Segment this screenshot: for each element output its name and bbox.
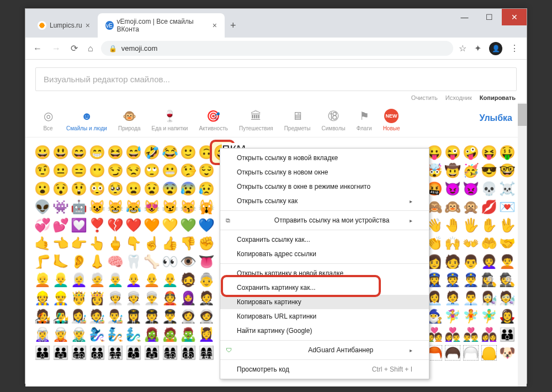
emoji-cell[interactable]: 🧚	[461, 307, 480, 325]
emoji-cell[interactable]: 👱	[33, 271, 51, 289]
cat-nature[interactable]: 🐵Природа	[113, 109, 146, 131]
emoji-cell[interactable]: 👨‍👨‍👧‍👦	[70, 343, 88, 362]
emoji-cell[interactable]: 👩‍👩‍👦	[124, 343, 142, 362]
emoji-cell[interactable]: ✋	[480, 216, 498, 234]
copy-link[interactable]: Копировать	[480, 94, 516, 101]
emoji-cell[interactable]: 👁️	[179, 252, 197, 271]
emoji-cell[interactable]: 👨‍✈️	[161, 307, 179, 325]
emoji-cell[interactable]: 💋	[480, 198, 498, 216]
emoji-cell[interactable]: 🤪	[461, 143, 480, 161]
emoji-cell[interactable]: 🧞	[106, 325, 124, 343]
emoji-cell[interactable]: 🦴	[142, 252, 161, 271]
emoji-cell[interactable]: 👩‍🎨	[70, 307, 88, 325]
emoji-cell[interactable]: 🧞‍♂️	[124, 325, 142, 343]
emoji-cell[interactable]: 👨‍👨‍👧‍👧	[106, 343, 124, 362]
cat-activity[interactable]: 🎯Активность	[193, 109, 233, 131]
emoji-cell[interactable]: 🧑‍🎤	[33, 307, 51, 325]
ctx-save-image-as[interactable]: Сохранить картинку как...	[220, 280, 429, 295]
ctx-open-as[interactable]: Открыть ссылку как	[220, 194, 429, 208]
back-icon[interactable]: ←	[31, 41, 44, 56]
emoji-cell[interactable]: 👍	[161, 234, 179, 252]
bookmark-icon[interactable]: ☆	[459, 43, 466, 54]
emoji-cell[interactable]: 🧝	[51, 325, 70, 343]
emoji-cell[interactable]: 🧝‍♂️	[70, 325, 88, 343]
emoji-cell[interactable]: 😏	[106, 161, 124, 179]
emoji-cell[interactable]: 🧑‍✈️	[142, 307, 161, 325]
emoji-cell[interactable]: 👽	[33, 198, 51, 216]
emoji-cell[interactable]: 👸	[88, 289, 106, 307]
emoji-cell[interactable]: 🧠	[106, 252, 124, 271]
emoji-cell[interactable]: 🤣	[142, 143, 161, 161]
emoji-cell[interactable]: 🥳	[461, 161, 480, 179]
emoji-cell[interactable]: ☠️	[498, 179, 516, 198]
emoji-cell[interactable]: 🐶	[498, 343, 516, 362]
ctx-copy-link-address[interactable]: Копировать адрес ссылки	[220, 247, 429, 261]
emoji-cell[interactable]: 🙌	[443, 234, 461, 252]
ctx-open-new-tab[interactable]: Открыть ссылку в новой вкладке	[220, 151, 429, 165]
emoji-cell[interactable]: ✊	[197, 234, 215, 252]
forward-icon[interactable]: →	[50, 41, 63, 56]
ctx-copy-image-url[interactable]: Копировать URL картинки	[220, 309, 429, 324]
emoji-cell[interactable]: 👨‍🦲	[161, 271, 179, 289]
emoji-cell[interactable]: 😬	[161, 161, 179, 179]
emoji-cell[interactable]: 🧑‍🦳	[88, 271, 106, 289]
emoji-cell[interactable]: 💆‍♀️	[197, 325, 215, 343]
emoji-cell[interactable]: 😳	[88, 179, 106, 198]
emoji-cell[interactable]: 🧔	[179, 271, 197, 289]
emoji-cell[interactable]: 👮	[443, 271, 461, 289]
profile-avatar[interactable]: 👤	[489, 42, 502, 55]
maximize-button[interactable]: ☐	[477, 9, 502, 25]
emoji-cell[interactable]: 👨‍💼	[461, 289, 480, 307]
emoji-cell[interactable]: 🧟‍♂️	[179, 325, 197, 343]
emoji-cell[interactable]: 👆	[88, 234, 106, 252]
emoji-cell[interactable]: 🦱	[443, 343, 461, 362]
emoji-cell[interactable]: 🙂	[179, 143, 197, 161]
new-tab-button[interactable]: +	[225, 20, 242, 31]
emoji-cell[interactable]: 🤵	[197, 289, 215, 307]
emoji-cell[interactable]: 🤨	[33, 161, 51, 179]
ctx-copy-image[interactable]: Копировать картинку	[220, 295, 429, 309]
emoji-cell[interactable]: 🙀	[197, 198, 215, 216]
emoji-cell[interactable]: 👈	[51, 234, 70, 252]
ctx-save-link-as[interactable]: Сохранить ссылку как...	[220, 232, 429, 247]
emoji-cell[interactable]: 😧	[142, 179, 161, 198]
emoji-cell[interactable]: 👩‍🔬	[480, 289, 498, 307]
emoji-cell[interactable]: 👂	[70, 252, 88, 271]
emoji-cell[interactable]: 👨‍🦳	[106, 271, 124, 289]
emoji-cell[interactable]: ☝️	[142, 234, 161, 252]
emoji-cell[interactable]: 👨‍🎤	[51, 307, 70, 325]
emoji-cell[interactable]: 👨‍👨‍👦	[33, 343, 51, 362]
emoji-cell[interactable]: 🧛‍♀️	[498, 307, 516, 325]
emoji-cell[interactable]: 🤚	[443, 216, 461, 234]
emoji-cell[interactable]: ❤️	[124, 216, 142, 234]
emoji-editor-input[interactable]: Визуальный редактор смайлов...	[35, 67, 517, 91]
cat-objects[interactable]: 🖥Предметы	[279, 109, 316, 131]
extensions-icon[interactable]: ✦	[472, 41, 484, 56]
emoji-cell[interactable]: 💞	[33, 216, 51, 234]
emoji-cell[interactable]: 🙄	[142, 161, 161, 179]
emoji-cell[interactable]: 💔	[106, 216, 124, 234]
emoji-cell[interactable]: 👩‍👩‍👦‍👦	[179, 343, 197, 362]
ctx-adguard[interactable]: 🛡 AdGuard Антибаннер	[220, 343, 429, 357]
emoji-cell[interactable]: 😂	[161, 143, 179, 161]
emoji-cell[interactable]: 😽	[179, 198, 197, 216]
emoji-cell[interactable]: 👩‍🚀	[179, 307, 197, 325]
emoji-cell[interactable]: 🧑	[443, 252, 461, 271]
emoji-cell[interactable]: 👀	[161, 252, 179, 271]
cat-smiles[interactable]: ☻Смайлы и люди	[61, 109, 113, 131]
emoji-cell[interactable]: 🦵	[33, 252, 51, 271]
emoji-cell[interactable]: 💌	[498, 198, 516, 216]
ctx-search-image[interactable]: Найти картинку (Google)	[220, 324, 429, 338]
emoji-cell[interactable]: 👨‍👨‍👦‍👦	[88, 343, 106, 362]
emoji-cell[interactable]: 🧡	[142, 216, 161, 234]
emoji-cell[interactable]: 👐	[461, 234, 480, 252]
tab-lumpics[interactable]: Lumpics.ru ×	[30, 17, 98, 34]
emoji-cell[interactable]: 🤑	[498, 143, 516, 161]
emoji-cell[interactable]: 😒	[124, 161, 142, 179]
emoji-cell[interactable]: 👵	[197, 271, 215, 289]
emoji-cell[interactable]: 🧟	[161, 325, 179, 343]
emoji-cell[interactable]: 🤴	[70, 289, 88, 307]
emoji-cell[interactable]: 👩‍❤️‍👩	[480, 325, 498, 343]
emoji-cell[interactable]: 😐	[51, 161, 70, 179]
emoji-cell[interactable]: 👃	[88, 252, 106, 271]
